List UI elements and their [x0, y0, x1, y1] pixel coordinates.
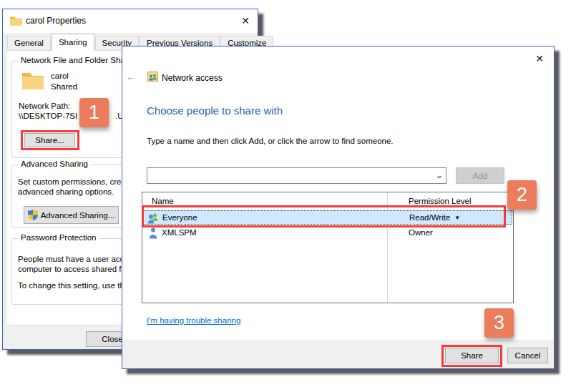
password-protection-line3: To change this setting, use th	[18, 281, 125, 290]
network-path-value: \\DESKTOP-7SI	[19, 112, 77, 120]
group-title: Password Protection	[18, 233, 99, 242]
uac-shield-icon	[28, 210, 38, 220]
window-title: carol Properties	[26, 16, 86, 26]
page-title: Choose people to share with	[147, 104, 283, 117]
permission-dropdown-icon[interactable]: ▼	[454, 215, 460, 221]
users-icon	[147, 212, 159, 224]
people-list: Name Permission Level Everyone Read/Writ…	[142, 192, 514, 303]
password-protection-line1: People must have a user acc	[18, 255, 124, 263]
shared-folder-icon	[22, 71, 44, 89]
network-access-icon	[147, 72, 158, 82]
combo-dropdown-icon[interactable]: ⌄	[435, 170, 444, 181]
close-icon[interactable]: ✕	[238, 13, 253, 29]
table-row-xmlspm[interactable]: XMLSPM Owner	[143, 226, 512, 240]
callout-badge-2: 2	[507, 180, 537, 210]
row-name: Everyone	[162, 213, 197, 222]
tab-general[interactable]: General	[7, 36, 51, 51]
advanced-sharing-text-line2: advanced sharing options.	[18, 187, 114, 196]
tab-sharing[interactable]: Sharing	[52, 34, 94, 51]
column-header-permission[interactable]: Permission Level	[409, 197, 472, 205]
callout-badge-1: 1	[79, 98, 109, 127]
trouble-sharing-link[interactable]: I'm having trouble sharing	[147, 316, 240, 325]
cancel-button[interactable]: Cancel	[507, 348, 548, 363]
dialog-title: Network access	[162, 73, 223, 83]
row-permission: Owner	[409, 228, 433, 237]
list-header: Name Permission Level	[142, 192, 513, 210]
instruction-text: Type a name and then click Add, or click…	[147, 137, 394, 145]
advanced-sharing-text-line1: Set custom permissions, creat	[18, 177, 128, 186]
folder-icon	[10, 16, 22, 26]
name-input[interactable]	[147, 167, 446, 184]
close-icon[interactable]: ✕	[532, 51, 547, 67]
share-folder-button[interactable]: Share...	[24, 133, 75, 147]
table-row-everyone[interactable]: Everyone Read/Write▼	[143, 210, 512, 225]
share-status: Shared	[51, 82, 77, 91]
row-permission[interactable]: Read/Write▼	[409, 213, 460, 222]
row-name: XMLSPM	[162, 228, 197, 237]
shared-folder-name: carol	[51, 72, 69, 80]
network-path-label: Network Path:	[19, 102, 70, 110]
column-header-name[interactable]: Name	[152, 197, 174, 205]
back-arrow-icon[interactable]: ←	[126, 70, 137, 82]
password-protection-line2: computer to access shared fo	[18, 265, 126, 273]
user-icon	[149, 227, 157, 239]
advanced-sharing-button[interactable]: Advanced Sharing...	[24, 206, 119, 224]
add-button[interactable]: Add	[456, 167, 504, 184]
properties-titlebar[interactable]: carol Properties ✕	[3, 9, 258, 33]
advanced-sharing-button-label: Advanced Sharing...	[41, 211, 115, 220]
share-button[interactable]: Share	[445, 348, 499, 363]
callout-badge-3: 3	[484, 308, 514, 338]
group-title: Advanced Sharing	[18, 160, 91, 168]
